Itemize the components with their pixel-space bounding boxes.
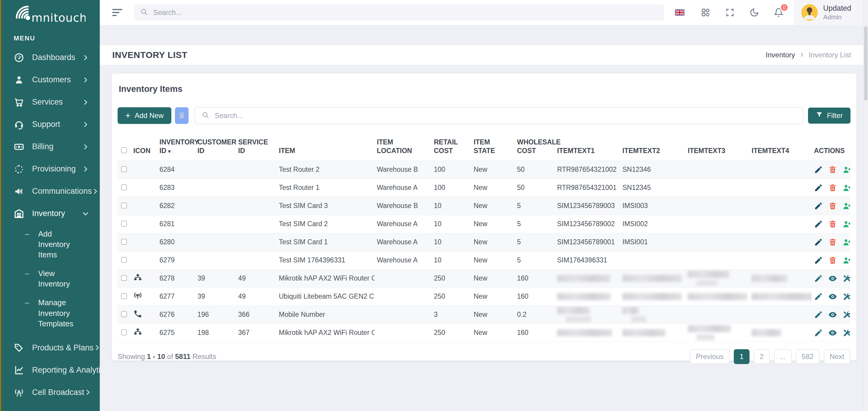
sidebar-item-billing[interactable]: Billing bbox=[0, 136, 100, 158]
scrollbar-thumb[interactable] bbox=[864, 26, 867, 100]
column-header-wholesale-cost[interactable]: WHOLESALE COST bbox=[515, 136, 555, 160]
eye-icon-action[interactable] bbox=[828, 328, 837, 337]
trash-icon-action[interactable] bbox=[828, 202, 837, 210]
pencil-icon-action[interactable] bbox=[814, 256, 823, 265]
user-plus-icon-action[interactable] bbox=[842, 238, 850, 247]
column-header-itemtext1[interactable]: ITEMTEXT1 bbox=[555, 136, 620, 160]
trash-icon-action[interactable] bbox=[828, 165, 837, 174]
row-checkbox[interactable] bbox=[121, 239, 127, 244]
user-plus-icon-action[interactable] bbox=[842, 165, 850, 174]
sidebar-item-product-management[interactable]: Product Management bbox=[0, 404, 100, 411]
notifications-bell-icon[interactable]: 0 bbox=[773, 7, 784, 18]
pencil-icon-action[interactable] bbox=[814, 292, 823, 301]
sidebar-item-inventory[interactable]: Inventory bbox=[0, 202, 100, 225]
column-header-itemtext2[interactable]: ITEMTEXT2 bbox=[620, 136, 685, 160]
app-root: mnitouch MENU DashboardsCustomersService… bbox=[0, 0, 868, 411]
sidebar-item-customers[interactable]: Customers bbox=[0, 69, 100, 91]
pencil-icon-action[interactable] bbox=[814, 274, 823, 283]
sidebar-item-cell-broadcast[interactable]: ACell Broadcast bbox=[0, 381, 100, 404]
column-header-icon[interactable]: ICON bbox=[131, 136, 157, 160]
column-header-item[interactable]: ITEM bbox=[276, 136, 374, 160]
trash-icon-action[interactable] bbox=[828, 256, 837, 265]
user-plus-icon-action[interactable] bbox=[842, 219, 850, 229]
row-checkbox[interactable] bbox=[121, 329, 127, 335]
add-new-button[interactable]: + Add New bbox=[118, 107, 172, 124]
omnitouch-logo[interactable]: mnitouch bbox=[0, 0, 100, 24]
trash-icon-action[interactable] bbox=[828, 238, 837, 247]
user-menu[interactable]: Updated Admin bbox=[794, 0, 864, 25]
page-scrollbar[interactable] bbox=[863, 0, 868, 411]
eye-icon-action[interactable] bbox=[828, 310, 837, 319]
tools-icon-action[interactable] bbox=[842, 274, 850, 283]
column-header-actions[interactable]: ACTIONS bbox=[812, 136, 850, 160]
eye-icon-action[interactable] bbox=[828, 274, 837, 283]
page-button-next[interactable]: Next bbox=[824, 349, 850, 364]
pencil-icon-action[interactable] bbox=[814, 328, 823, 337]
row-checkbox[interactable] bbox=[121, 312, 127, 317]
column-header-itemtext3[interactable]: ITEMTEXT3 bbox=[685, 136, 749, 160]
bulk-delete-button[interactable] bbox=[175, 107, 189, 124]
cell-icon bbox=[131, 287, 157, 305]
pencil-icon-action[interactable] bbox=[814, 238, 823, 247]
uk-flag-icon[interactable] bbox=[673, 8, 687, 17]
filter-button[interactable]: Filter bbox=[808, 108, 850, 124]
tools-icon-action[interactable] bbox=[842, 328, 850, 337]
sidebar-subitem-add-inventory-items[interactable]: –Add Inventory Items bbox=[0, 225, 100, 264]
breadcrumb-inventory[interactable]: Inventory bbox=[766, 51, 795, 59]
pencil-icon-action[interactable] bbox=[814, 219, 823, 229]
cell-retail-cost: 10 bbox=[432, 251, 471, 269]
pencil-icon-action[interactable] bbox=[814, 165, 823, 174]
table-search-input[interactable] bbox=[214, 111, 796, 120]
dark-mode-moon-icon[interactable] bbox=[749, 7, 760, 18]
row-checkbox[interactable] bbox=[121, 275, 127, 281]
cell-service-id: 367 bbox=[236, 324, 276, 342]
fullscreen-icon[interactable] bbox=[724, 7, 735, 18]
column-header-service-id[interactable]: SERVICE ID bbox=[236, 136, 276, 160]
tools-icon-action[interactable] bbox=[842, 292, 850, 301]
row-checkbox[interactable] bbox=[121, 257, 127, 263]
sidebar-item-support[interactable]: Support bbox=[0, 113, 100, 136]
column-header-inventory-id[interactable]: INVENTORY ID▾ bbox=[157, 136, 195, 160]
select-all-checkbox[interactable] bbox=[121, 147, 127, 153]
hamburger-menu-icon[interactable] bbox=[112, 7, 123, 18]
redacted-text bbox=[688, 271, 729, 278]
row-checkbox[interactable] bbox=[121, 184, 127, 190]
sidebar-item-dashboards[interactable]: Dashboards bbox=[0, 47, 100, 69]
trash-icon-action[interactable] bbox=[828, 219, 837, 229]
apps-grid-icon[interactable] bbox=[700, 7, 711, 18]
user-plus-icon-action[interactable] bbox=[842, 202, 850, 210]
column-header-customer-id[interactable]: CUSTOMER ID bbox=[195, 136, 236, 160]
pencil-icon-action[interactable] bbox=[814, 183, 823, 192]
page-button-582[interactable]: 582 bbox=[796, 349, 819, 364]
sidebar-item-reporting-analytics[interactable]: Reporting & Analytics bbox=[0, 359, 100, 381]
user-plus-icon-action[interactable] bbox=[842, 256, 850, 265]
row-checkbox[interactable] bbox=[121, 221, 127, 227]
sidebar-subitem-manage-inventory-templates[interactable]: –Manage Inventory Templates bbox=[0, 293, 100, 333]
column-header-item-state[interactable]: ITEM STATE bbox=[471, 136, 515, 160]
column-header-item-location[interactable]: ITEM LOCATION bbox=[374, 136, 432, 160]
column-header-itemtext4[interactable]: ITEMTEXT4 bbox=[749, 136, 812, 160]
user-plus-icon-action[interactable] bbox=[842, 183, 850, 192]
sidebar-subitem-view-inventory[interactable]: –View Inventory bbox=[0, 264, 100, 293]
sidebar-item-communications[interactable]: Communications bbox=[0, 180, 100, 202]
sidebar-item-services[interactable]: Services bbox=[0, 91, 100, 113]
pencil-icon-action[interactable] bbox=[814, 202, 823, 210]
page-button-1[interactable]: 1 bbox=[734, 349, 749, 364]
cell-item: Test SIM Card 3 bbox=[276, 197, 374, 215]
column-header-retail-cost[interactable]: RETAIL COST bbox=[432, 136, 471, 160]
sidebar-item-provisioning[interactable]: Provisioning bbox=[0, 158, 100, 180]
row-checkbox[interactable] bbox=[121, 167, 127, 172]
page-button-[interactable]: ... bbox=[774, 349, 792, 364]
cell-service-id bbox=[236, 160, 276, 179]
tools-icon-action[interactable] bbox=[842, 310, 850, 319]
page-button-2[interactable]: 2 bbox=[754, 349, 769, 364]
trash-icon-action[interactable] bbox=[828, 183, 837, 192]
row-checkbox[interactable] bbox=[121, 203, 127, 208]
pencil-icon-action[interactable] bbox=[814, 310, 823, 319]
page-button-previous[interactable]: Previous bbox=[690, 349, 729, 364]
cell-itemtext2: IMSI003 bbox=[620, 197, 685, 215]
global-search-input[interactable] bbox=[153, 8, 658, 17]
sidebar-item-products-plans[interactable]: Products & Plans bbox=[0, 337, 100, 359]
eye-icon-action[interactable] bbox=[828, 292, 837, 301]
row-checkbox[interactable] bbox=[121, 293, 127, 299]
